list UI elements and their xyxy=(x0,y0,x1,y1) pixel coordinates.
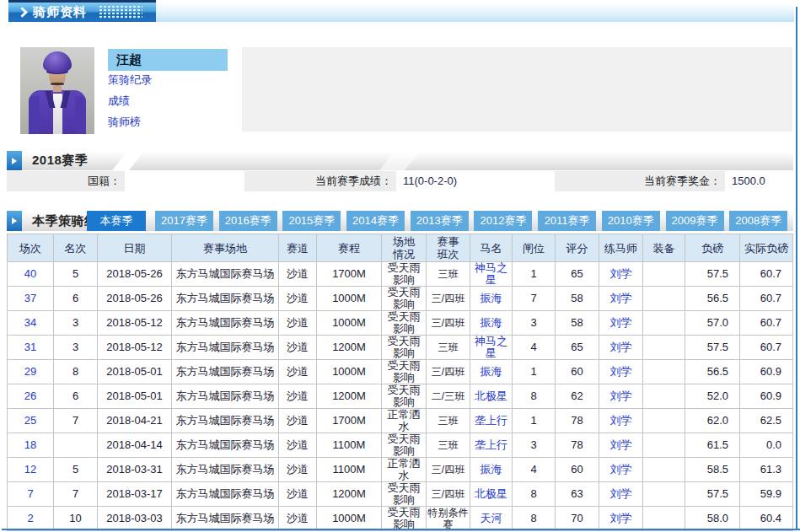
cell-track-condition: 正常洒水 xyxy=(382,409,427,433)
cell-trainer[interactable]: 刘学 xyxy=(599,433,643,458)
tab-season-7[interactable]: 2011赛季 xyxy=(538,211,596,231)
cell-track-type: 沙道 xyxy=(279,336,317,360)
cell-race-date: 2018-05-12 xyxy=(98,311,172,336)
cell-horse-name[interactable]: 垄上行 xyxy=(470,433,513,458)
cell-horse-name[interactable]: 振海 xyxy=(470,458,513,482)
cell-trainer[interactable]: 刘学 xyxy=(599,458,643,482)
cell-track-condition: 受天雨影响 xyxy=(382,360,427,384)
cell-rating: 62 xyxy=(556,384,599,409)
column-header-race-date: 日期 xyxy=(98,234,172,262)
cell-weight: 56.5 xyxy=(685,287,740,311)
cell-gate: 3 xyxy=(513,311,556,336)
cell-race-no[interactable]: 18 xyxy=(8,433,54,458)
cell-horse-name[interactable]: 振海 xyxy=(470,360,513,384)
tab-season-0[interactable]: 本赛季 xyxy=(87,211,146,231)
cell-finish-position: 6 xyxy=(54,287,98,311)
cell-venue: 东方马城国际赛马场 xyxy=(172,507,279,531)
cell-venue: 东方马城国际赛马场 xyxy=(172,311,279,336)
cell-race-class: 三班 xyxy=(427,433,470,458)
profile-info-panel xyxy=(242,47,792,132)
cell-race-class: 三班 xyxy=(427,409,470,433)
tab-season-6[interactable]: 2012赛季 xyxy=(474,211,532,231)
cell-finish-position: 8 xyxy=(54,360,98,384)
cell-race-date: 2018-03-03 xyxy=(98,507,172,531)
cell-horse-name[interactable]: 天河 xyxy=(470,507,513,531)
cell-race-date: 2018-03-17 xyxy=(98,482,172,507)
nationality-value xyxy=(125,171,244,191)
tab-season-10[interactable]: 2008赛季 xyxy=(729,211,787,231)
table-row: 2982018-05-01东方马城国际赛马场沙道1000M受天雨影响三/四班振海… xyxy=(8,360,793,384)
cell-race-date: 2018-03-31 xyxy=(98,458,172,482)
cell-gate: 1 xyxy=(513,360,556,384)
cell-race-no[interactable]: 31 xyxy=(8,336,54,360)
cell-rating: 58 xyxy=(556,287,599,311)
cell-horse-name[interactable]: 振海 xyxy=(470,287,513,311)
cell-horse-name[interactable]: 北极星 xyxy=(470,384,513,409)
cell-track-type: 沙道 xyxy=(279,262,317,287)
cell-race-no[interactable]: 34 xyxy=(8,311,54,336)
cell-finish-position: 3 xyxy=(54,311,98,336)
cell-horse-name[interactable]: 垄上行 xyxy=(470,409,513,433)
cell-track-condition: 受天雨影响 xyxy=(382,311,427,336)
cell-weight: 52.0 xyxy=(685,384,740,409)
link-results[interactable]: 成绩 xyxy=(108,94,130,109)
season-section-title: 2018赛季 xyxy=(32,151,88,170)
section-arrow-icon xyxy=(7,151,22,170)
link-riding-record[interactable]: 策骑纪录 xyxy=(108,73,152,88)
cell-trainer[interactable]: 刘学 xyxy=(599,409,643,433)
cell-weight: 57.5 xyxy=(685,336,740,360)
cell-finish-position: 5 xyxy=(54,262,98,287)
cell-rating: 70 xyxy=(556,507,599,531)
records-section-header: 本季策骑纪录 本赛季2017赛季2016赛季2015赛季2014赛季2013赛季… xyxy=(7,211,793,231)
nationality-label: 国籍： xyxy=(7,171,125,191)
cell-race-no[interactable]: 40 xyxy=(8,262,54,287)
column-header-gate: 闸位 xyxy=(513,234,556,262)
cell-finish-position: 3 xyxy=(54,336,98,360)
cell-trainer[interactable]: 刘学 xyxy=(599,336,643,360)
tab-season-3[interactable]: 2015赛季 xyxy=(282,211,341,231)
cell-gate: 1 xyxy=(513,409,556,433)
cell-race-class: 特别条件赛 xyxy=(427,507,470,531)
records-table: 场次名次日期赛事场地赛道赛程场地 情况赛事 班次马名闸位评分练马师装备负磅实际负… xyxy=(7,234,793,531)
cell-finish-position: 6 xyxy=(54,384,98,409)
cell-horse-name[interactable]: 振海 xyxy=(470,311,513,336)
cell-race-no[interactable]: 2 xyxy=(8,507,54,531)
tab-season-4[interactable]: 2014赛季 xyxy=(346,211,405,231)
records-table-wrap: 场次名次日期赛事场地赛道赛程场地 情况赛事 班次马名闸位评分练马师装备负磅实际负… xyxy=(7,234,793,531)
tab-season-9[interactable]: 2009赛季 xyxy=(666,211,724,231)
cell-weight: 62.0 xyxy=(685,409,740,433)
jockey-name: 汪超 xyxy=(108,49,228,71)
tab-season-8[interactable]: 2010赛季 xyxy=(602,211,660,231)
cell-race-class: 三/四班 xyxy=(427,360,470,384)
cell-actual-weight: 60.9 xyxy=(740,360,793,384)
cell-trainer[interactable]: 刘学 xyxy=(599,482,643,507)
cell-track-type: 沙道 xyxy=(279,287,317,311)
cell-trainer[interactable]: 刘学 xyxy=(599,287,643,311)
cell-horse-name[interactable]: 北极星 xyxy=(470,482,513,507)
cell-trainer[interactable]: 刘学 xyxy=(599,507,643,531)
tab-season-1[interactable]: 2017赛季 xyxy=(155,211,213,231)
cell-race-no[interactable]: 26 xyxy=(8,384,54,409)
photo-arm xyxy=(75,96,86,134)
cell-horse-name[interactable]: 神马之星 xyxy=(470,262,513,287)
cell-race-no[interactable]: 25 xyxy=(8,409,54,433)
cell-distance: 1000M xyxy=(317,360,382,384)
photo-arm xyxy=(29,96,40,134)
cell-horse-name[interactable]: 神马之星 xyxy=(470,336,513,360)
cell-trainer[interactable]: 刘学 xyxy=(599,311,643,336)
cell-equipment xyxy=(643,311,685,336)
cell-trainer[interactable]: 刘学 xyxy=(599,360,643,384)
tab-season-5[interactable]: 2013赛季 xyxy=(411,211,469,231)
cell-race-no[interactable]: 37 xyxy=(8,287,54,311)
cell-trainer[interactable]: 刘学 xyxy=(599,384,643,409)
cell-gate: 3 xyxy=(513,433,556,458)
cell-race-no[interactable]: 7 xyxy=(8,482,54,507)
link-jockey-ranking[interactable]: 骑师榜 xyxy=(108,115,141,130)
cell-weight: 58.5 xyxy=(685,458,740,482)
cell-trainer[interactable]: 刘学 xyxy=(599,262,643,287)
cell-equipment xyxy=(643,409,685,433)
cell-race-no[interactable]: 29 xyxy=(8,360,54,384)
tab-season-2[interactable]: 2016赛季 xyxy=(219,211,277,231)
cell-race-no[interactable]: 12 xyxy=(8,458,54,482)
table-row: 772018-03-17东方马城国际赛马场沙道1200M受天雨影响三/四班北极星… xyxy=(8,482,793,507)
